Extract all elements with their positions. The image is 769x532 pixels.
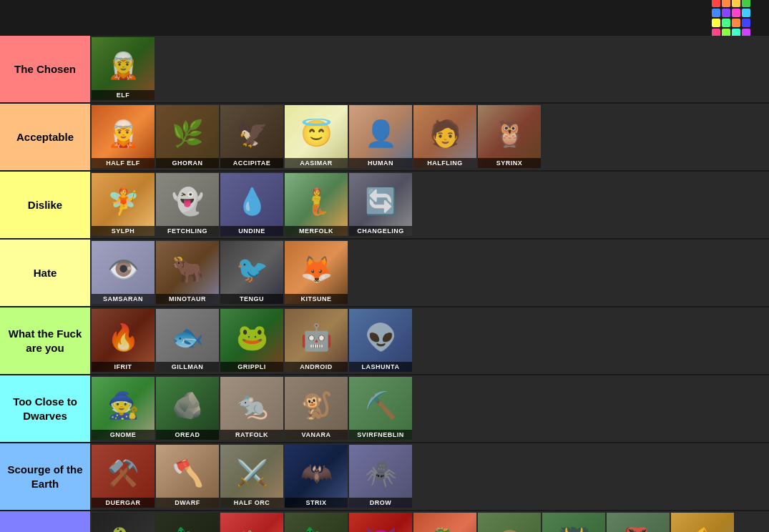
tier-label-servants: Servants of the Dark Lord: [0, 511, 90, 532]
tier-item-lashunta[interactable]: 👽LASHUNTA: [349, 309, 412, 372]
tier-items-servants: 🐍VISHKANYA🦎KOBOLD🐲NAGAJI🦎LIZARDFOLK😈TIEF…: [90, 511, 769, 532]
tier-item-grippli[interactable]: 🐸GRIPPLI: [220, 309, 283, 372]
tier-item-oread[interactable]: 🪨OREAD: [156, 377, 219, 440]
tier-item-label-samsaran: SAMSARAN: [92, 294, 155, 304]
tier-item-label-kitsune: KITSUNE: [285, 294, 348, 304]
tier-item-label-drow: DROW: [349, 498, 412, 508]
tier-item-label-ifrit: IFRIT: [92, 362, 155, 372]
tier-items-chosen: 🧝ELF: [90, 36, 769, 102]
tier-item-gnome[interactable]: 🧙GNOME: [92, 377, 155, 440]
tier-item-ghoran[interactable]: 🌿GHORAN: [156, 105, 219, 168]
tier-item-goblin[interactable]: 👹GOBLIN: [542, 513, 605, 532]
tier-item-label-dwarf: DWARF: [156, 498, 219, 508]
tier-item-dragonkin[interactable]: 🐉DRAGONKIN: [413, 513, 476, 532]
tier-item-label-syrinx: SYRINX: [478, 158, 541, 168]
tier-item-label-undine: UNDINE: [220, 226, 283, 236]
tier-label-dislike: Dislike: [0, 172, 90, 238]
tier-items-hate: 👁️SAMSARAN🐂MINOTAUR🐦TENGU🦊KITSUNE: [90, 240, 769, 306]
tier-item-label-halfelf: HALF ELF: [92, 158, 155, 168]
tier-item-vishkanya[interactable]: 🐍VISHKANYA: [92, 513, 155, 532]
tier-item-label-elf: ELF: [92, 90, 155, 100]
tier-row-wtf: What the Fuck are you🔥IFRIT🐟GILLMAN🐸GRIP…: [0, 307, 769, 375]
tier-row-acceptable: Acceptable🧝HALF ELF🌿GHORAN🦅ACCIPITAE😇AAS…: [0, 104, 769, 172]
tier-row-hate: Hate👁️SAMSARAN🐂MINOTAUR🐦TENGU🦊KITSUNE: [0, 240, 769, 307]
tier-item-hobgoblin[interactable]: 👺HOBGOBLIN: [607, 513, 670, 532]
tier-item-svirfneblin[interactable]: ⛏️SVIRFNEBLIN: [349, 377, 412, 440]
tier-item-label-strix: STRIX: [285, 498, 348, 508]
tier-item-orc[interactable]: 💪ORC: [671, 513, 734, 532]
tier-items-acceptable: 🧝HALF ELF🌿GHORAN🦅ACCIPITAE😇AASIMAR👤HUMAN…: [90, 104, 769, 170]
tier-label-wtf: What the Fuck are you: [0, 307, 90, 374]
logo-grid: [712, 0, 750, 37]
tier-items-tooclose: 🧙GNOME🪨OREAD🐀RATFOLK🐒VANARA⛏️SVIRFNEBLIN: [90, 375, 769, 442]
tier-item-fetchling[interactable]: 👻FETCHLING: [156, 173, 219, 236]
tier-item-halfling[interactable]: 🧑HALFLING: [413, 105, 476, 168]
tier-item-label-merfolk: MERFOLK: [285, 226, 348, 236]
tier-item-ratfolk[interactable]: 🐀RATFOLK: [220, 377, 283, 440]
tier-item-label-fetchling: FETCHLING: [156, 226, 219, 236]
tier-label-chosen: The Chosen: [0, 36, 90, 102]
tier-label-scourge: Scourge of the Earth: [0, 443, 90, 510]
tier-item-tengu[interactable]: 🐦TENGU: [220, 241, 283, 304]
tier-item-gillman[interactable]: 🐟GILLMAN: [156, 309, 219, 372]
tier-items-scourge: ⚒️DUERGAR🪓DWARF⚔️HALF ORC🦇STRIX🕷️DROW: [90, 443, 769, 510]
tier-item-label-vanara: VANARA: [285, 430, 348, 440]
tier-item-label-android: ANDROID: [285, 362, 348, 372]
tier-item-strix[interactable]: 🦇STRIX: [285, 445, 348, 508]
header: [0, 0, 769, 36]
tier-item-kitsune[interactable]: 🦊KITSUNE: [285, 241, 348, 304]
tier-item-label-minotaur: MINOTAUR: [156, 294, 219, 304]
tier-item-label-aasimar: AASIMAR: [285, 158, 348, 168]
tier-item-halfelf[interactable]: 🧝HALF ELF: [92, 105, 155, 168]
tier-row-chosen: The Chosen🧝ELF: [0, 36, 769, 104]
tier-row-tooclose: Too Close to Dwarves🧙GNOME🪨OREAD🐀RATFOLK…: [0, 375, 769, 443]
tier-items-wtf: 🔥IFRIT🐟GILLMAN🐸GRIPPLI🤖ANDROID👽LASHUNTA: [90, 307, 769, 374]
tier-item-kobold[interactable]: 🦎KOBOLD: [156, 513, 219, 532]
tier-item-tiefling[interactable]: 😈TIEFLING: [349, 513, 412, 532]
tier-item-duergar[interactable]: ⚒️DUERGAR: [92, 445, 155, 508]
tier-item-label-gnome: GNOME: [92, 430, 155, 440]
tier-list: The Chosen🧝ELFAcceptable🧝HALF ELF🌿GHORAN…: [0, 36, 769, 532]
tier-label-acceptable: Acceptable: [0, 104, 90, 170]
tier-item-samsaran[interactable]: 👁️SAMSARAN: [92, 241, 155, 304]
tier-item-label-gillman: GILLMAN: [156, 362, 219, 372]
tier-item-label-oread: OREAD: [156, 430, 219, 440]
tier-label-hate: Hate: [0, 240, 90, 306]
tier-item-monkeygoblin[interactable]: 🐵MONKEY GOBLIN: [478, 513, 541, 532]
tier-item-undine[interactable]: 💧UNDINE: [220, 173, 283, 236]
tier-item-label-halfling: HALFLING: [413, 158, 476, 168]
tier-item-label-halforc: HALF ORC: [220, 498, 283, 508]
tier-item-syrinx[interactable]: 🦉SYRINX: [478, 105, 541, 168]
tier-item-label-duergar: DUERGAR: [92, 498, 155, 508]
tier-items-dislike: 🧚SYLPH👻FETCHLING💧UNDINE🧜MERFOLK🔄CHANGELI…: [90, 172, 769, 238]
tier-item-nagaji[interactable]: 🐲NAGAJI: [220, 513, 283, 532]
tier-item-label-tengu: TENGU: [220, 294, 283, 304]
tier-item-accipitae[interactable]: 🦅ACCIPITAE: [220, 105, 283, 168]
tier-label-tooclose: Too Close to Dwarves: [0, 375, 90, 442]
tier-item-minotaur[interactable]: 🐂MINOTAUR: [156, 241, 219, 304]
tier-item-android[interactable]: 🤖ANDROID: [285, 309, 348, 372]
tier-item-label-sylph: SYLPH: [92, 226, 155, 236]
tier-item-halforc[interactable]: ⚔️HALF ORC: [220, 445, 283, 508]
tier-item-label-ratfolk: RATFOLK: [220, 430, 283, 440]
tier-item-dwarf[interactable]: 🪓DWARF: [156, 445, 219, 508]
tier-item-elf[interactable]: 🧝ELF: [92, 37, 155, 100]
tier-item-sylph[interactable]: 🧚SYLPH: [92, 173, 155, 236]
tier-item-drow[interactable]: 🕷️DROW: [349, 445, 412, 508]
tier-item-label-lashunta: LASHUNTA: [349, 362, 412, 372]
tier-item-label-accipitae: ACCIPITAE: [220, 158, 283, 168]
tier-row-servants: Servants of the Dark Lord🐍VISHKANYA🦎KOBO…: [0, 511, 769, 532]
tier-item-vanara[interactable]: 🐒VANARA: [285, 377, 348, 440]
tier-item-label-human: HUMAN: [349, 158, 412, 168]
tier-item-label-grippli: GRIPPLI: [220, 362, 283, 372]
tier-item-label-changeling: CHANGELING: [349, 226, 412, 236]
tier-item-aasimar[interactable]: 😇AASIMAR: [285, 105, 348, 168]
tier-item-changeling[interactable]: 🔄CHANGELING: [349, 173, 412, 236]
tier-item-lizardfolk[interactable]: 🦎LIZARDFOLK: [285, 513, 348, 532]
tiermaker-logo: [712, 0, 758, 37]
tier-item-human[interactable]: 👤HUMAN: [349, 105, 412, 168]
tier-row-dislike: Dislike🧚SYLPH👻FETCHLING💧UNDINE🧜MERFOLK🔄C…: [0, 172, 769, 240]
tier-item-merfolk[interactable]: 🧜MERFOLK: [285, 173, 348, 236]
tier-item-label-svirfneblin: SVIRFNEBLIN: [349, 430, 412, 440]
tier-item-ifrit[interactable]: 🔥IFRIT: [92, 309, 155, 372]
